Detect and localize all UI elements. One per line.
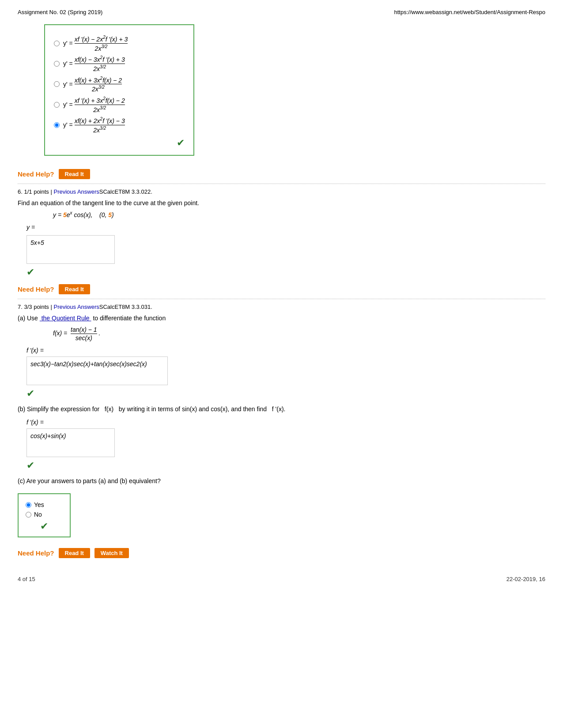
problem6-course-code: SCalcET8M 3.3.022. — [99, 188, 152, 195]
need-help-label-5: Need Help? — [18, 170, 54, 178]
fprime-label-a: f '(x) = — [26, 345, 44, 354]
divider-6-7 — [18, 299, 545, 299]
mc-option-3: y' = xf(x) + 3x2f(x) − 2 2x3/2 — [54, 76, 185, 93]
mc-radio-4[interactable] — [54, 102, 60, 108]
problem7-part-a-label: (a) Use the Quotient Rule to differentia… — [18, 315, 545, 322]
problem7-answer-box-b: cos(x)+sin(x) — [26, 428, 115, 457]
problem7-points: 3/3 points — [24, 304, 49, 310]
problem7-part-b-label: (b) Simplify the expression for f(x) by … — [18, 405, 545, 413]
quotient-rule-link[interactable]: the Quotient Rule — [40, 315, 91, 322]
problem5-section: y' = xf '(x) − 2x2f '(x) + 3 2x3/2 y' = … — [18, 24, 545, 179]
problem7-answer-box-a: sec3(x)−tan2(x)sec(x)+tan(x)sec(x)sec2(x… — [26, 356, 168, 385]
problem6-prev-answers[interactable]: Previous Answers — [53, 188, 99, 195]
divider-5-6 — [18, 184, 545, 184]
no-option: No — [26, 511, 63, 518]
assignment-title: Assignment No. 02 (Spring 2019) — [18, 9, 102, 15]
mc-option-4: y' = xf '(x) + 3x2f(x) − 2 2x3/2 — [54, 96, 185, 113]
problem6-answer-box-area: 5x+5 — [26, 235, 545, 264]
need-help-label-6: Need Help? — [18, 285, 54, 293]
mc-option-2: y' = xf(x) − 3x2f '(x) + 3 2x3/2 — [54, 55, 185, 72]
problem6-header: 6. 1/1 points | Previous AnswersSCalcET8… — [18, 188, 545, 195]
correct-checkmark-7a: ✔ — [26, 388, 545, 399]
yes-radio[interactable] — [26, 502, 31, 508]
problem6-answer-value: 5x+5 — [30, 239, 44, 246]
problem6-number: 6. — [18, 188, 23, 195]
problem6-answer-area: y = — [26, 222, 545, 231]
problem7-answer-a-value: sec3(x)−tan2(x)sec(x)+tan(x)sec(x)sec2(x… — [30, 360, 147, 368]
mc-radio-1[interactable] — [54, 41, 60, 46]
mc-radio-2[interactable] — [54, 61, 60, 67]
problem7-answer-box-b-area: cos(x)+sin(x) — [26, 428, 545, 457]
correct-checkmark-7c: ✔ — [40, 521, 48, 532]
problem6-section: 6. 1/1 points | Previous AnswersSCalcET8… — [18, 188, 545, 295]
correct-checkmark-7b: ✔ — [26, 460, 545, 471]
problem7-header: 7. 3/3 points | Previous AnswersSCalcET8… — [18, 304, 545, 310]
read-it-button-7[interactable]: Read It — [59, 548, 90, 558]
need-help-label-7: Need Help? — [18, 549, 54, 557]
correct-checkmark-6: ✔ — [26, 266, 545, 278]
read-it-button-5[interactable]: Read It — [59, 169, 90, 179]
problem6-statement: Find an equation of the tangent line to … — [18, 199, 545, 206]
yes-option: Yes — [26, 501, 63, 508]
page-url: https://www.webassign.net/web/Student/As… — [394, 9, 545, 15]
problem7-part-c-label: (c) Are your answers to parts (a) and (b… — [18, 477, 545, 484]
problem6-answer-empty — [30, 246, 111, 255]
problem7-number: 7. — [18, 304, 23, 310]
mc-radio-3[interactable] — [54, 81, 60, 87]
problem7-prev-answers[interactable]: Previous Answers — [53, 304, 99, 310]
problem7-part-b-answer-area: f '(x) = — [26, 417, 545, 426]
mc-radio-5[interactable] — [54, 122, 60, 128]
problem7-fx-display: f(x) = tan(x) − 1 sec(x) . — [53, 326, 545, 341]
mc-answer-box: y' = xf '(x) − 2x2f '(x) + 3 2x3/2 y' = … — [44, 24, 194, 156]
problem7-answer-b-value: cos(x)+sin(x) — [30, 432, 66, 439]
fprime-label-b: f '(x) = — [26, 417, 44, 426]
read-it-button-6[interactable]: Read It — [59, 284, 90, 294]
problem7-answer-box-a-area: sec3(x)−tan2(x)sec(x)+tan(x)sec(x)sec2(x… — [26, 356, 545, 385]
yes-label: Yes — [34, 501, 44, 508]
page-header: Assignment No. 02 (Spring 2019) https://… — [18, 9, 545, 15]
problem7-course-code: SCalcET8M 3.3.031. — [99, 304, 152, 310]
problem6-answer-box: 5x+5 — [26, 235, 115, 264]
footer-page-info: 4 of 15 — [18, 576, 35, 582]
need-help-row-7: Need Help? Read It Watch It — [18, 548, 545, 558]
problem7-part-a-answer-area: f '(x) = — [26, 345, 545, 354]
problem6-equation: y = 5ex cos(x), (0, 5) — [53, 211, 545, 219]
problem7-section: 7. 3/3 points | Previous AnswersSCalcET8… — [18, 304, 545, 558]
need-help-row-6: Need Help? Read It — [18, 284, 545, 294]
need-help-row-5: Need Help? Read It — [18, 169, 545, 179]
footer-date: 22-02-2019, 16 — [506, 576, 545, 582]
mc-option-1: y' = xf '(x) − 2x2f '(x) + 3 2x3/2 — [54, 35, 185, 52]
no-label: No — [34, 511, 42, 518]
mc-option-5: y' = xf(x) + 2x2f '(x) − 3 2x3/2 — [54, 116, 185, 133]
watch-it-button-7[interactable]: Watch It — [94, 548, 129, 558]
problem6-y-equals: y = — [26, 222, 35, 231]
page-footer: 4 of 15 22-02-2019, 16 — [18, 576, 545, 582]
problem6-points: 1/1 points — [24, 188, 49, 195]
yes-no-box: Yes No ✔ — [18, 493, 71, 537]
correct-checkmark-5: ✔ — [177, 137, 185, 148]
no-radio[interactable] — [26, 512, 31, 518]
